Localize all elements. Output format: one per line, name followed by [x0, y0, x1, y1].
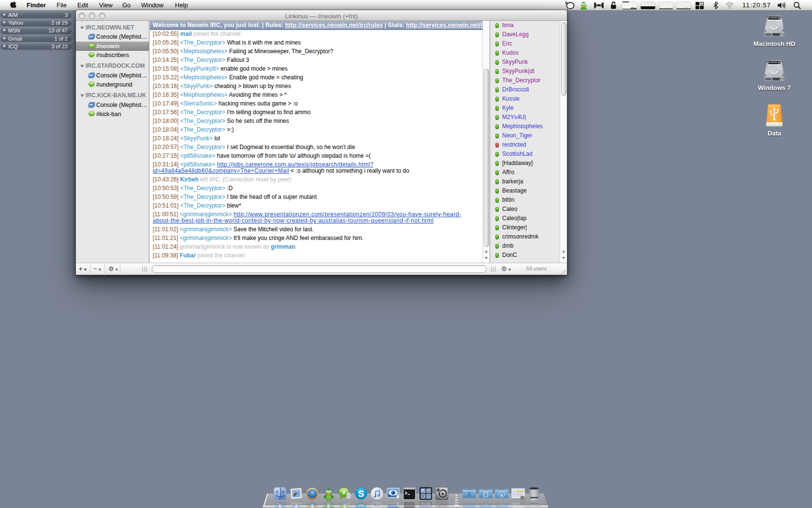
svg-text:S: S	[358, 489, 364, 499]
svg-text:#: #	[342, 490, 345, 495]
svg-text:A: A	[467, 491, 472, 498]
